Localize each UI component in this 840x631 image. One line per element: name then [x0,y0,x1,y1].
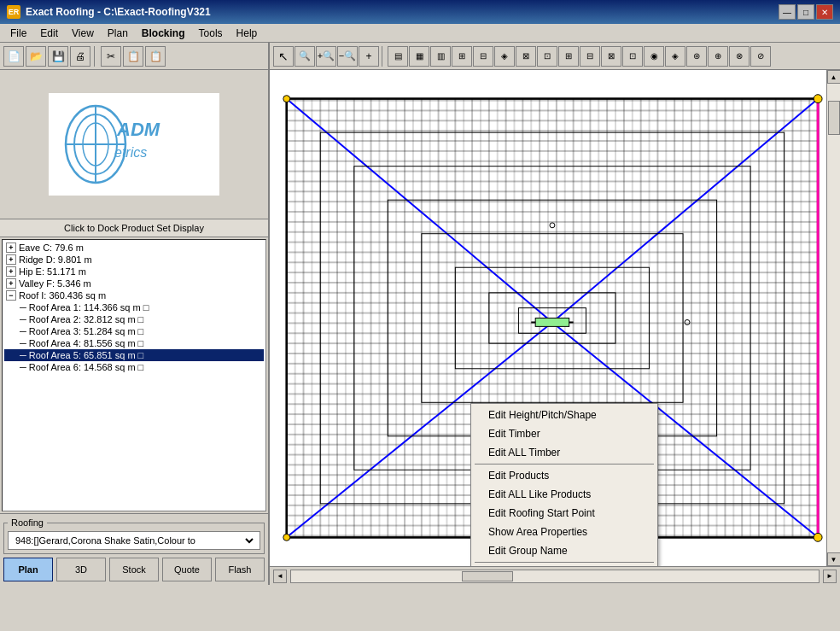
tb-btn-15[interactable]: ⊛ [686,46,707,67]
menu-blocking[interactable]: Blocking [135,26,192,41]
scroll-left-button[interactable]: ◄ [273,570,287,583]
ctx-edit-timber[interactable]: Edit Timber [471,424,657,443]
tree-area2-dash: ─ [20,314,26,324]
expand-valley[interactable]: + [6,278,16,289]
scroll-down-button[interactable]: ▼ [827,552,841,566]
tb-btn-2[interactable]: ▦ [409,46,429,67]
canvas-toolbar-sep1 [382,46,385,67]
ctx-edit-roofing-start[interactable]: Edit Roofing Start Point [471,504,657,523]
logo-area: ADM etrics [0,70,268,219]
quote-button[interactable]: Quote [162,558,212,581]
expand-ridge[interactable]: + [6,254,16,265]
roofing-select[interactable]: 948:[]Gerard,Corona Shake Satin,Colour t… [12,535,256,546]
main-layout: 📄 📂 💾 🖨 ✂ 📋 📋 ADM etrics [0,43,840,585]
paste-button[interactable]: 📋 [145,46,166,67]
menu-view[interactable]: View [65,26,101,41]
tree-area6[interactable]: ─ Roof Area 6: 14.568 sq m □ [4,361,264,373]
tree-view[interactable]: + Eave C: 79.6 m + Ridge D: 9.801 m + Hi… [2,239,266,511]
expand-eave[interactable]: + [6,242,16,253]
tb-btn-9[interactable]: ⊞ [558,46,579,67]
svg-text:ADM: ADM [116,119,160,140]
menu-file[interactable]: File [3,26,33,41]
tree-area6-dash: ─ [20,362,26,372]
scroll-right-button[interactable]: ► [823,570,837,583]
tb-btn-5[interactable]: ⊟ [473,46,493,67]
svg-point-31 [814,95,822,103]
open-button[interactable]: 📂 [26,46,46,67]
app-icon: ER [7,5,20,19]
svg-point-32 [814,533,822,541]
3d-button[interactable]: 3D [56,558,106,581]
flash-button[interactable]: Flash [215,558,265,581]
expand-roof[interactable]: − [6,290,16,301]
scroll-thumb-horizontal[interactable] [462,571,513,581]
scroll-track-vertical[interactable] [827,84,841,552]
menu-plan[interactable]: Plan [101,26,135,41]
tb-btn-11[interactable]: ⊠ [601,46,621,67]
tree-area4[interactable]: ─ Roof Area 4: 81.556 sq m □ [4,337,264,349]
maximize-button[interactable]: □ [797,4,814,20]
ctx-show-area-props[interactable]: Show Area Properties [471,523,657,541]
zoom-fit-tool[interactable]: 🔍 [295,46,315,67]
scroll-thumb-vertical[interactable] [828,101,840,135]
title-controls[interactable]: — □ ✕ [779,4,833,20]
tb-btn-8[interactable]: ⊡ [537,46,557,67]
stock-button[interactable]: Stock [109,558,159,581]
tb-btn-4[interactable]: ⊞ [452,46,472,67]
tree-area2[interactable]: ─ Roof Area 2: 32.812 sq m □ [4,313,264,325]
cursor-tool[interactable]: ↖ [273,46,294,67]
right-scrollbar[interactable]: ▲ ▼ [826,70,840,566]
tb-btn-7[interactable]: ⊠ [516,46,536,67]
save-button[interactable]: 💾 [48,46,68,67]
ctx-edit-all-products[interactable]: Edit ALL Like Products [471,485,657,504]
tb-btn-14[interactable]: ◈ [665,46,685,67]
ctx-edit-all-timber[interactable]: Edit ALL Timber [471,443,657,462]
roofing-legend: Roofing [8,517,47,528]
tree-eave[interactable]: + Eave C: 79.6 m [4,242,264,254]
tb-btn-3[interactable]: ▥ [430,46,451,67]
zoom-out-tool[interactable]: −🔍 [337,46,358,67]
menu-tools[interactable]: Tools [192,26,230,41]
ctx-delete[interactable]: Delete [471,564,657,566]
tb-btn-1[interactable]: ▤ [388,46,408,67]
zoom-in-tool[interactable]: +🔍 [316,46,336,67]
menu-edit[interactable]: Edit [33,26,65,41]
tree-area5[interactable]: ─ Roof Area 5: 65.851 sq m □ [4,349,264,361]
new-button[interactable]: 📄 [3,46,24,67]
tree-ridge-label: Ridge D: 9.801 m [19,254,92,265]
crosshair-tool[interactable]: + [359,46,379,67]
dock-bar[interactable]: Click to Dock Product Set Display [0,219,268,237]
tb-btn-18[interactable]: ⊘ [750,46,771,67]
tb-btn-17[interactable]: ⊗ [729,46,750,67]
close-button[interactable]: ✕ [816,4,833,20]
tree-hip[interactable]: + Hip E: 51.171 m [4,266,264,278]
copy-button[interactable]: 📋 [123,46,143,67]
bottom-buttons: Plan 3D Stock Quote Flash [3,558,265,581]
ctx-edit-products[interactable]: Edit Products [471,466,657,485]
tb-btn-10[interactable]: ⊟ [580,46,600,67]
minimize-button[interactable]: — [779,4,796,20]
tree-valley[interactable]: + Valley F: 5.346 m [4,278,264,289]
canvas-area[interactable]: Edit Height/Pitch/Shape Edit Timber Edit… [270,70,826,566]
scroll-up-button[interactable]: ▲ [827,70,841,84]
tree-area3[interactable]: ─ Roof Area 3: 51.284 sq m □ [4,325,264,337]
expand-hip[interactable]: + [6,266,16,277]
tree-area4-label: Roof Area 4: 81.556 sq m □ [29,338,143,348]
cut-button[interactable]: ✂ [101,46,121,67]
left-panel: 📄 📂 💾 🖨 ✂ 📋 📋 ADM etrics [0,43,270,585]
tree-roof[interactable]: − Roof I: 360.436 sq m [4,289,264,301]
roofing-combo[interactable]: 948:[]Gerard,Corona Shake Satin,Colour t… [8,531,260,550]
scroll-track-horizontal[interactable] [290,570,820,583]
tree-valley-label: Valley F: 5.346 m [19,278,91,289]
plan-button[interactable]: Plan [3,558,53,581]
menu-help[interactable]: Help [230,26,265,41]
ctx-edit-group-name[interactable]: Edit Group Name [471,541,657,560]
tb-btn-6[interactable]: ◈ [494,46,515,67]
print-button[interactable]: 🖨 [70,46,90,67]
tb-btn-16[interactable]: ⊕ [708,46,728,67]
tb-btn-12[interactable]: ⊡ [622,46,643,67]
tree-area1[interactable]: ─ Roof Area 1: 114.366 sq m □ [4,301,264,313]
tree-ridge[interactable]: + Ridge D: 9.801 m [4,254,264,266]
tb-btn-13[interactable]: ◉ [644,46,664,67]
ctx-edit-height[interactable]: Edit Height/Pitch/Shape [471,406,657,424]
